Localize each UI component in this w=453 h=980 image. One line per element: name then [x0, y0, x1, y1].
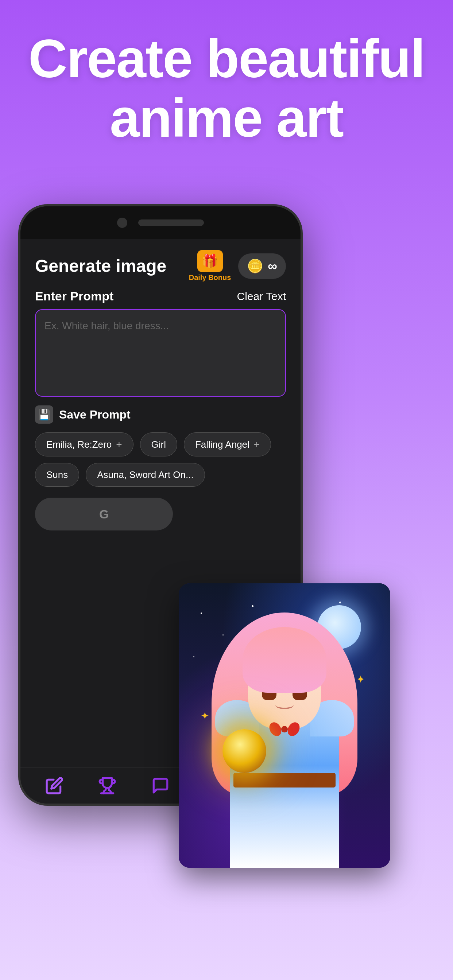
chip-plus-icon: + — [116, 439, 122, 450]
treasure-icon: 🎁 — [197, 250, 223, 272]
chip-plus-icon: + — [254, 439, 260, 450]
character-mouth — [275, 701, 293, 709]
energy-orb — [222, 729, 266, 773]
floppy-disk-icon: 💾 — [35, 406, 53, 424]
nav-item-trophy[interactable] — [97, 775, 118, 796]
chip-emilia[interactable]: Emilia, Re:Zero + — [35, 433, 134, 457]
prompt-header: Enter Prompt Clear Text — [35, 289, 286, 303]
bow-center — [281, 726, 288, 732]
prompt-label: Enter Prompt — [35, 289, 113, 303]
chip-label: Falling Angel — [195, 439, 249, 450]
chip-asuna[interactable]: Asuna, Sword Art On... — [86, 463, 205, 487]
star-deco-2: ✦ — [356, 673, 365, 686]
generate-button[interactable]: G — [35, 498, 173, 530]
camera-dot — [117, 218, 127, 228]
character-hair-front — [242, 627, 327, 693]
clear-text-button[interactable]: Clear Text — [237, 290, 286, 302]
chip-label: Girl — [152, 439, 166, 450]
prompt-section: Enter Prompt Clear Text Ex. White hair, … — [21, 289, 301, 397]
edit-icon — [45, 776, 64, 795]
chip-falling-angel[interactable]: Falling Angel + — [184, 433, 271, 457]
generate-label: G — [99, 507, 109, 521]
app-header: Generate image 🎁 Daily Bonus 🪙 ∞ — [21, 239, 301, 289]
phone-top-bar — [21, 206, 301, 239]
coins-amount: ∞ — [268, 258, 277, 274]
app-title: Generate image — [35, 256, 166, 276]
chip-suns[interactable]: Suns — [35, 463, 79, 487]
coins-icon: 🪙 — [247, 258, 263, 274]
daily-bonus-button[interactable]: 🎁 Daily Bonus — [189, 250, 231, 282]
nav-item-create[interactable] — [44, 775, 65, 796]
speaker-bar — [138, 220, 204, 226]
save-prompt-label[interactable]: Save Prompt — [59, 408, 131, 422]
generate-button-area: G — [21, 487, 301, 530]
prompt-input[interactable]: Ex. White hair, blue dress... — [35, 309, 286, 397]
prompt-placeholder: Ex. White hair, blue dress... — [45, 320, 169, 332]
phone-mockup: Generate image 🎁 Daily Bonus 🪙 ∞ — [18, 204, 317, 853]
save-prompt-row: 💾 Save Prompt — [21, 397, 301, 433]
chip-label: Suns — [46, 469, 68, 480]
chat-icon — [152, 776, 170, 795]
chip-girl[interactable]: Girl — [140, 433, 177, 457]
star-deco-1: ✦ — [201, 710, 209, 722]
character-bow — [270, 718, 299, 740]
chip-label: Asuna, Sword Art On... — [97, 469, 193, 480]
chip-label: Emilia, Re:Zero — [46, 439, 112, 450]
anime-character: ✦ ✦ ✦ — [193, 612, 376, 868]
hero-title: Create beautiful anime art — [0, 0, 453, 148]
chips-container: Emilia, Re:Zero + Girl Falling Angel + S… — [21, 433, 301, 487]
trophy-icon — [98, 776, 116, 795]
hero-line1: Create beautiful — [29, 29, 424, 89]
daily-bonus-label: Daily Bonus — [189, 274, 231, 282]
hero-line2: anime art — [110, 88, 343, 148]
header-right: 🎁 Daily Bonus 🪙 ∞ — [189, 250, 286, 282]
character-belt — [233, 773, 335, 788]
anime-art-card: ✦ ✦ ✦ — [179, 583, 390, 868]
nav-item-chat[interactable] — [150, 775, 171, 796]
coins-badge: 🪙 ∞ — [238, 253, 286, 279]
